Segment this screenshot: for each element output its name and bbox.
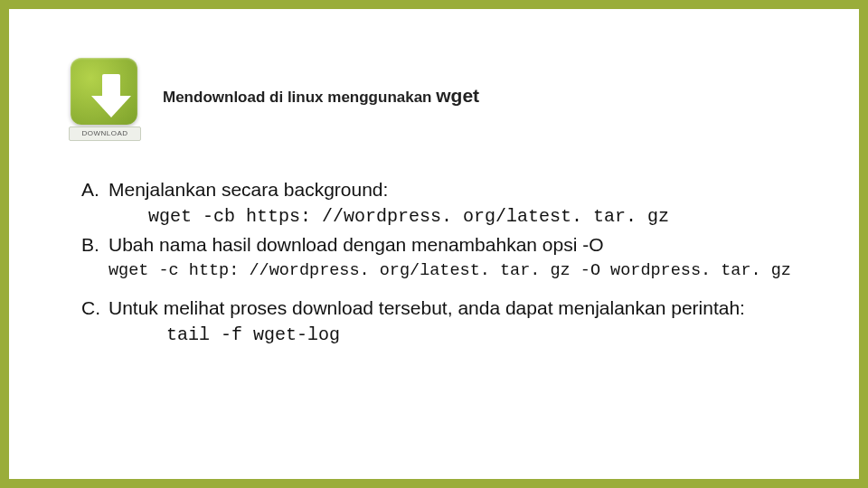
download-icon: DOWNLOAD — [63, 51, 145, 141]
list-item: B. Ubah nama hasil download dengan menam… — [81, 232, 816, 258]
list-item: A. Menjalankan secara background: — [81, 177, 816, 202]
title-prefix: Mendownload di linux menggunakan — [163, 89, 436, 106]
list-marker: C. — [81, 296, 108, 321]
code-line: tail -f wget-log — [108, 323, 816, 347]
download-icon-label: DOWNLOAD — [69, 127, 141, 141]
list-text: Menjalankan secara background: — [108, 177, 816, 202]
list-text: Ubah nama hasil download dengan menambah… — [108, 232, 816, 258]
download-icon-box — [71, 58, 137, 125]
list-marker: A. — [81, 177, 108, 202]
list-item: C. Untuk melihat proses download tersebu… — [81, 296, 816, 321]
slide-frame: DOWNLOAD Mendownload di linux menggunaka… — [0, 0, 868, 488]
slide-title: Mendownload di linux menggunakan wget — [163, 85, 479, 107]
slide-body: A. Menjalankan secara background: wget -… — [81, 177, 816, 351]
title-command: wget — [436, 85, 479, 106]
spacer — [81, 286, 816, 296]
list-text: Untuk melihat proses download tersebut, … — [108, 296, 816, 321]
code-line: wget -c http: //wordpress. org/latest. t… — [108, 260, 816, 283]
code-line: wget -cb https: //wordpress. org/latest.… — [108, 204, 816, 229]
list-marker: B. — [81, 232, 108, 258]
arrow-head-icon — [91, 96, 131, 117]
slide-header: DOWNLOAD Mendownload di linux menggunaka… — [63, 51, 479, 141]
